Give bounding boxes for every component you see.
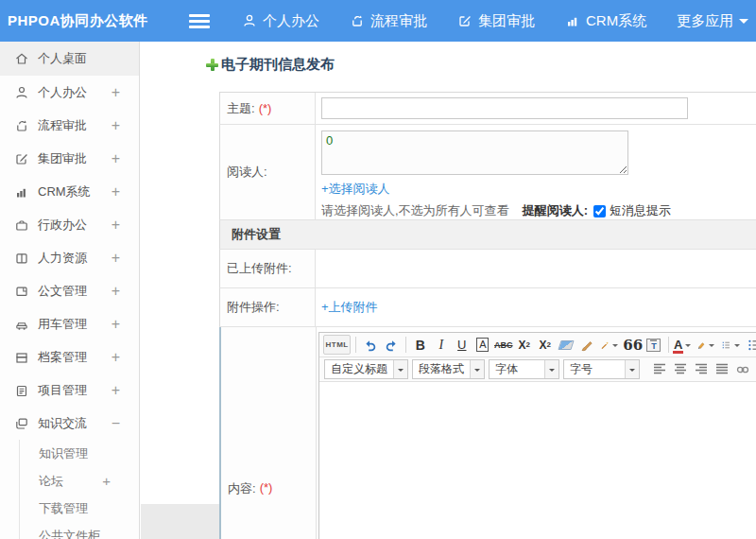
align-left-button[interactable] xyxy=(650,359,669,379)
strikethrough-button[interactable]: ABC xyxy=(494,335,513,355)
combo-label: 自定义标题 xyxy=(325,361,393,377)
blockquote-button[interactable]: 66 xyxy=(623,335,643,355)
sidebar-subitem-knowledge-mgmt[interactable]: 知识管理 xyxy=(20,440,139,467)
html-source-button[interactable]: HTML xyxy=(323,335,351,355)
font-color-button[interactable]: A xyxy=(674,335,693,355)
dropdown-caret-icon xyxy=(393,360,407,378)
sidebar-item-label: 项目管理 xyxy=(38,382,87,399)
undo-button[interactable] xyxy=(361,335,380,355)
green-plus-icon xyxy=(206,59,218,71)
magic-wand-icon xyxy=(600,338,610,353)
sidebar-item-document-mgmt[interactable]: 公文管理 + xyxy=(0,274,139,307)
subject-input[interactable] xyxy=(321,97,688,119)
sidebar-item-label: 档案管理 xyxy=(38,349,87,366)
undo-icon xyxy=(363,338,378,353)
sidebar-item-workflow-approval[interactable]: 流程审批 + xyxy=(0,109,139,142)
superscript-button[interactable]: X2 xyxy=(515,335,534,355)
readers-textarea[interactable]: 0 xyxy=(321,130,628,175)
paste-text-button[interactable]: T xyxy=(644,335,663,355)
topnav-group-approval[interactable]: 集团审批 xyxy=(457,12,535,30)
unordered-list-icon xyxy=(747,338,756,353)
content-editor-cell: HTML B I U A xyxy=(317,327,756,539)
upload-attachment-link[interactable]: +上传附件 xyxy=(321,299,378,316)
sidebar-item-personal-office[interactable]: 个人办公 + xyxy=(0,76,139,109)
user-icon xyxy=(14,85,29,103)
expand-toggle[interactable]: + xyxy=(112,382,120,399)
unordered-list-button[interactable] xyxy=(745,335,756,355)
subscript-button[interactable]: X2 xyxy=(536,335,555,355)
paste-icon: T xyxy=(646,339,661,352)
expand-toggle[interactable]: + xyxy=(112,183,120,200)
sidebar-item-admin-office[interactable]: 行政办公 + xyxy=(0,208,139,241)
sidebar-item-crm[interactable]: CRM系统 + xyxy=(0,175,139,208)
sidebar-item-archive-mgmt[interactable]: 档案管理 + xyxy=(0,340,139,374)
sidebar-subitem-public-cabinet[interactable]: 公共文件柜 xyxy=(20,522,139,539)
redo-button[interactable] xyxy=(382,335,401,355)
collapse-toggle[interactable]: − xyxy=(112,415,120,432)
top-bar: PHPOA协同办公软件 个人办公 流程审批 集团审批 xyxy=(0,0,756,42)
format-painter-button[interactable] xyxy=(577,335,596,355)
align-right-button[interactable] xyxy=(692,359,711,379)
toolbar-separator xyxy=(405,337,406,353)
char-border-button[interactable]: A xyxy=(476,338,489,352)
highlight-color-button[interactable] xyxy=(695,335,718,355)
bold-button[interactable]: B xyxy=(411,335,430,355)
auto-typeset-button[interactable] xyxy=(598,335,622,355)
custom-title-select[interactable]: 自定义标题 xyxy=(324,359,408,379)
sidebar-subitem-label: 论坛 xyxy=(39,473,63,490)
topnav-more-apps[interactable]: 更多应用 xyxy=(677,12,748,30)
remove-format-button[interactable] xyxy=(557,335,576,355)
subject-label: 主题: xyxy=(227,100,255,117)
sidebar-subitem-label: 知识管理 xyxy=(39,445,88,462)
readers-hint-text: 请选择阅读人,不选为所有人可查看 xyxy=(321,202,509,219)
expand-toggle[interactable]: + xyxy=(112,316,120,333)
expand-toggle[interactable]: + xyxy=(112,250,120,267)
underline-button[interactable]: U xyxy=(453,335,472,355)
sidebar-item-project-mgmt[interactable]: 项目管理 + xyxy=(0,374,139,407)
sidebar-item-label: 集团审批 xyxy=(38,150,87,167)
bar-chart-icon xyxy=(565,13,580,28)
attachment-ops-label-cell: 附件操作: xyxy=(220,288,316,326)
font-family-select[interactable]: 字体 xyxy=(489,359,559,379)
content-label: 内容: xyxy=(228,480,256,497)
expand-toggle[interactable]: + xyxy=(112,117,120,134)
paragraph-format-select[interactable]: 段落格式 xyxy=(412,359,485,379)
align-justify-button[interactable] xyxy=(713,359,731,379)
uploaded-label-cell: 已上传附件: xyxy=(220,250,316,287)
topnav-workflow-approval[interactable]: 流程审批 xyxy=(350,12,427,30)
sidebar-subitem-forum[interactable]: 论坛 + xyxy=(20,467,139,495)
sidebar-item-group-approval[interactable]: 集团审批 + xyxy=(0,142,139,175)
sidebar-item-label: 用车管理 xyxy=(38,316,87,333)
subject-content-cell xyxy=(316,93,756,124)
content-row: 内容: (*) HTML xyxy=(219,327,756,539)
topnav-crm-system[interactable]: CRM系统 xyxy=(565,12,646,30)
expand-toggle[interactable]: + xyxy=(112,217,120,234)
sidebar-item-hr[interactable]: 人力资源 + xyxy=(0,241,139,274)
menu-hamburger-icon[interactable] xyxy=(189,14,210,28)
expand-toggle[interactable]: + xyxy=(112,150,120,167)
insert-link-button[interactable] xyxy=(733,359,752,379)
sidebar-item-label: CRM系统 xyxy=(38,183,91,200)
sidebar-item-label: 知识交流 xyxy=(38,415,87,432)
align-justify-icon xyxy=(714,362,730,376)
font-size-select[interactable]: 字号 xyxy=(563,359,640,379)
select-readers-link[interactable]: +选择阅读人 xyxy=(321,181,390,198)
sidebar-subitem-download-mgmt[interactable]: 下载管理 xyxy=(20,495,139,522)
editor-content-area[interactable] xyxy=(319,382,756,539)
sms-notify-checkbox[interactable] xyxy=(593,205,606,217)
expand-toggle[interactable]: + xyxy=(112,283,120,300)
sidebar-item-vehicle-mgmt[interactable]: 用车管理 + xyxy=(0,307,139,340)
readers-label: 阅读人: xyxy=(227,164,267,181)
expand-toggle[interactable]: + xyxy=(102,473,111,490)
home-icon xyxy=(14,51,29,69)
italic-button[interactable]: I xyxy=(432,335,451,355)
align-center-button[interactable] xyxy=(671,359,690,379)
expand-toggle[interactable]: + xyxy=(112,84,120,101)
ordered-list-button[interactable] xyxy=(719,335,743,355)
sidebar-item-knowledge-exchange[interactable]: 知识交流 − xyxy=(0,407,139,440)
expand-toggle[interactable]: + xyxy=(112,349,120,366)
eraser-icon xyxy=(558,340,574,350)
user-icon xyxy=(242,13,257,28)
sidebar-item-personal-desktop[interactable]: 个人桌面 xyxy=(0,42,139,76)
topnav-personal-office[interactable]: 个人办公 xyxy=(242,12,319,30)
